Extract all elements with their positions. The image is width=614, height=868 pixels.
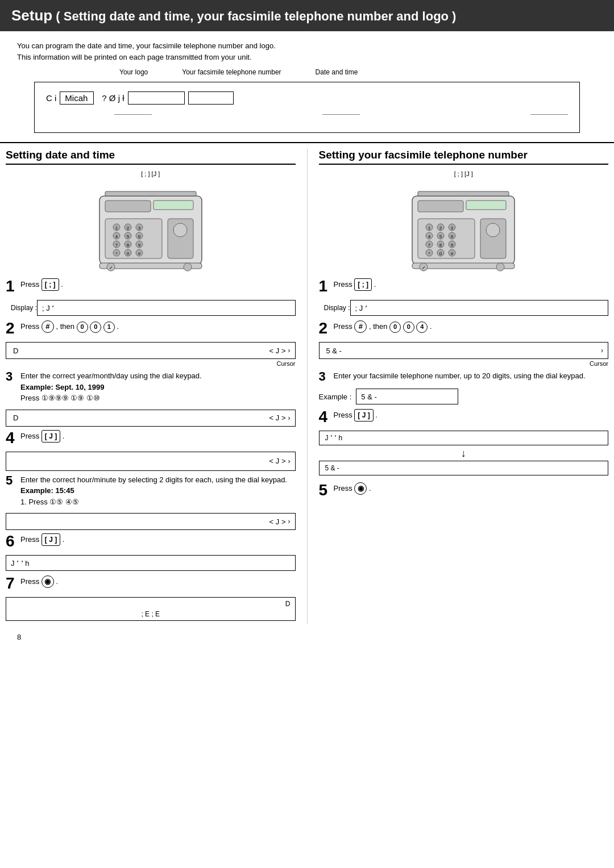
svg-point-34 [184,263,192,271]
step1-display-value-left: ; J ʼ [37,300,296,316]
step2-num-left: 2 [6,320,18,336]
header-setup: Setup [11,7,52,24]
step4-btn-right: [ J ] [354,409,373,422]
step7-btn-left: ◉ [42,575,54,588]
svg-text:2: 2 [439,226,442,231]
step2-r-circle3: 4 [416,322,428,333]
step3-example-box-right: 5 & - [356,389,458,404]
step6-content-left: Press [ J ] . [20,533,296,546]
svg-text:*: * [429,251,430,256]
step1-right: 1 Press [ ; ] . [319,278,609,294]
step5-content-right: Press ◉ . [334,482,609,495]
step1-btn-right: [ ; ] [354,278,372,291]
step5-right: 5 Press ◉ . [319,482,609,498]
svg-rect-1 [105,201,151,212]
page-number: 8 [17,633,21,641]
diagram-arrow1: —————— [114,110,152,117]
step3-cursor-box-left: D < J > › [6,410,296,427]
svg-text:4: 4 [428,234,431,239]
divider [0,142,614,143]
step6-display-box-left: J ʼ ʼ h [6,555,296,571]
svg-rect-37 [466,201,506,210]
diagram-logo-value: Micah [60,91,94,105]
step3-example-label-left: Example: Sept. 10, 1999 [20,383,104,391]
step5-display-left: < J > › [6,513,296,530]
fax-labels-left: [ ; ] [J ] [141,170,160,177]
header-subtitle: ( Setting date and time, your facsimile … [56,9,456,23]
step7-content-left: Press ◉ . [20,575,296,588]
step3-num-left: 3 [6,370,18,383]
main-content: Setting date and time [ ; ] [J ] [0,149,614,624]
step3-left: 3 Enter the correct year/month/day using… [6,370,296,404]
diagram-arrow3: —————— [530,110,568,117]
step4-btn-left: [ J ] [42,430,60,443]
diagram-logo-label: Your logo [119,68,148,76]
fax-svg-right: 1 2 3 4 5 6 7 8 9 [406,179,520,273]
step4-content-left: Press [ J ] . [20,430,296,443]
step7-num-left: 7 [6,575,18,591]
step4-display1-right: J ʼ ʼ h [319,431,609,445]
fax-illustration-left: [ ; ] [J ] 1 2 [6,170,296,273]
step1-left: 1 Press [ ; ] . [6,278,296,294]
svg-rect-30 [105,191,196,196]
step3-num-right: 3 [319,370,331,383]
step4-display2-right: 5 & - [319,461,609,475]
fax-illustration-right: [ ; ] [J ] 1 2 3 4 5 [319,170,609,273]
step5-num-right: 5 [319,482,331,498]
step2-circle3: 1 [103,322,115,333]
step3-display-left: D < J > › [6,410,296,427]
step3-example-right: Example : 5 & - [319,389,609,404]
diagram-fax-label: Your facsimile telephone number [182,68,281,76]
step1-content-right: Press [ ; ] . [334,278,609,291]
fax-svg-left: 1 2 3 4 5 6 7 8 9 [94,179,208,273]
step1-display-value-right: ; J ʼ [350,300,609,316]
step1-num-left: 1 [6,278,18,294]
svg-text:#: # [451,251,454,256]
svg-text:9: 9 [451,243,454,248]
svg-text:0: 0 [439,251,442,256]
step6-btn-left: [ J ] [42,533,60,546]
step4-right: 4 Press [ J ] . [319,409,609,425]
svg-text:8: 8 [439,243,442,248]
svg-point-64 [486,223,500,237]
step1-num-right: 1 [319,278,331,294]
svg-text:0: 0 [127,251,130,256]
step6-display-left: J ʼ ʼ h [6,555,296,571]
svg-point-69 [496,263,504,271]
step1-content-left: Press [ ; ] . [20,278,296,291]
svg-text:6: 6 [451,234,454,239]
diagram-fax-value [128,91,185,105]
step2-circle2: 0 [90,322,101,333]
step1-display-left: Display : ; J ʼ [6,300,296,316]
step4-num-left: 4 [6,430,18,446]
step2-content-left: Press # , then 0 0 1 . [20,320,296,333]
svg-text:9: 9 [138,243,141,248]
step2-display-right: 5 & - › Cursor [319,342,609,367]
step1-display-right: Display : ; J ʼ [319,300,609,316]
step2-right: 2 Press # , then 0 0 4 . [319,320,609,336]
step2-cursor-box-left: D < J > › [6,342,296,359]
step5-content-left: Enter the correct hour/minute by selecti… [20,474,296,508]
svg-rect-36 [418,201,463,212]
intro-section: You can program the date and time, your … [0,40,614,68]
diagram-date-value [188,91,234,105]
right-column: Setting your facsimile telephone number … [308,149,609,624]
svg-point-29 [173,223,187,237]
step3-content-right: Enter your facsimile telephone number, u… [334,370,609,382]
step2-r-circle2: 0 [403,322,414,333]
svg-text:5: 5 [127,234,130,239]
svg-text:4: 4 [115,234,118,239]
step4-displays-right: J ʼ ʼ h ↓ 5 & - [319,431,609,475]
step5-example-label-left: Example: 15:45 [20,486,74,495]
step5-cursor-box-left: < J > › [6,513,296,530]
svg-text:7: 7 [428,243,431,248]
right-section-title: Setting your facsimile telephone number [319,149,609,165]
svg-text:*: * [115,251,117,256]
step6-left: 6 Press [ J ] . [6,533,296,549]
step4-left: 4 Press [ J ] . [6,430,296,446]
step4-display-left: < J > › [6,452,296,471]
diagram-arrow2: —————— [322,110,360,117]
diagram-prefix: C i [46,93,56,103]
step7-display-left: D ; E ; E [6,597,296,621]
step2-circle1: 0 [77,322,88,333]
